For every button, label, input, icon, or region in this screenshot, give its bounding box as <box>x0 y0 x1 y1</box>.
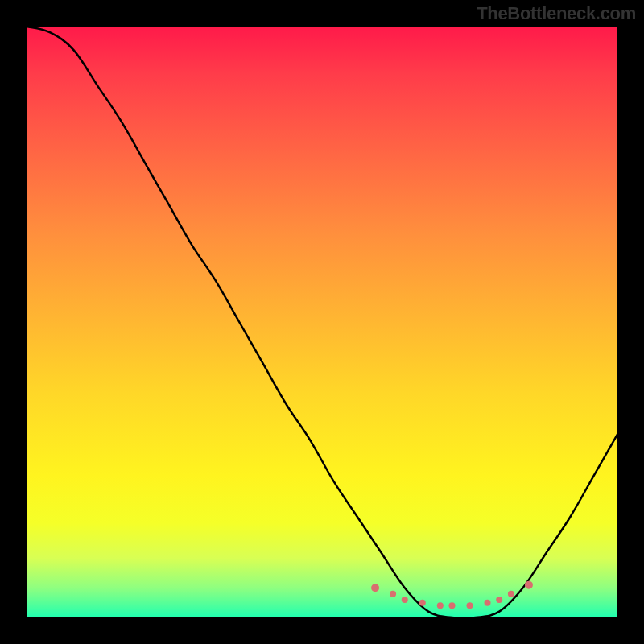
attribution-text: TheBottleneck.com <box>477 3 636 24</box>
chart-gradient-background <box>27 27 617 617</box>
